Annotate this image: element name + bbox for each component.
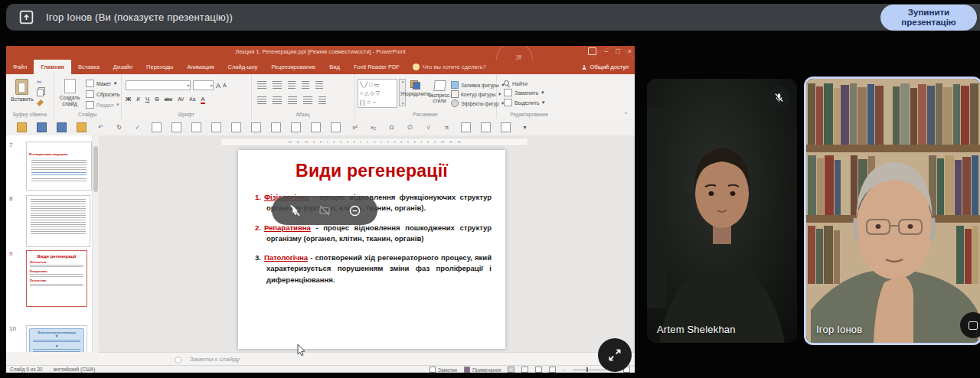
- new-slide-button[interactable]: Создать слайд: [57, 79, 83, 107]
- stop-presentation-button[interactable]: Зупинити презентацію: [880, 5, 977, 31]
- insert-wordart-icon[interactable]: [211, 122, 221, 132]
- text-shadow-button[interactable]: abc: [165, 96, 172, 102]
- thumbnail-slide-8[interactable]: [26, 195, 90, 247]
- format-painter-icon[interactable]: [37, 99, 44, 106]
- reading-view-icon[interactable]: [535, 367, 542, 373]
- spelling-icon[interactable]: ✓: [133, 123, 142, 132]
- bullet-list-icon[interactable]: [257, 81, 266, 89]
- thumbnail-slide-9[interactable]: Види регенерації Фізіологічна Репаративн…: [26, 250, 87, 307]
- pointer-disabled-icon[interactable]: [289, 204, 301, 217]
- notes-toggle[interactable]: Заметки: [430, 367, 457, 373]
- superscript-icon[interactable]: x²: [351, 123, 359, 132]
- replace-button[interactable]: Заменить▾: [504, 89, 544, 96]
- stop-control-icon[interactable]: [348, 204, 361, 217]
- participant-tile-artem[interactable]: Artem Shelekhan: [647, 79, 797, 343]
- thumbnail-slide-7[interactable]: Регенеративна медицина: [26, 142, 92, 191]
- omega-symbol-icon[interactable]: Ω: [387, 123, 396, 132]
- section-button[interactable]: Раздел▾: [86, 101, 119, 109]
- equation-icon[interactable]: [461, 122, 471, 132]
- copy-icon[interactable]: [37, 89, 44, 96]
- bold-button[interactable]: Ж: [126, 96, 131, 103]
- share-button[interactable]: Общий доступ: [581, 60, 629, 74]
- slideshow-icon[interactable]: [549, 367, 556, 373]
- columns-icon[interactable]: [318, 96, 326, 104]
- tab-home[interactable]: Главная: [34, 60, 71, 74]
- save-as-icon[interactable]: [57, 122, 67, 132]
- insert-media-icon[interactable]: [331, 122, 341, 132]
- slide-sorter-icon[interactable]: [521, 367, 528, 373]
- redo-icon[interactable]: ↻: [115, 123, 123, 132]
- tab-file[interactable]: Файл: [6, 60, 34, 74]
- grow-font-icon[interactable]: А: [216, 82, 220, 90]
- align-right-icon[interactable]: [288, 96, 297, 104]
- slide-bullet-3[interactable]: 3.Патологічна - спотворений хід регенера…: [255, 253, 492, 285]
- current-slide[interactable]: Види регенерації 1.Фізіологічна - процес…: [238, 150, 505, 349]
- new-document-icon[interactable]: [152, 122, 162, 132]
- shapes-gallery[interactable]: ╲ ╱ □ ▭ ○ △ ◇ ▽ { } ☆ ~: [358, 79, 397, 108]
- link-icon[interactable]: [481, 122, 491, 132]
- zoom-slider[interactable]: [573, 370, 606, 370]
- insert-comment-icon[interactable]: [311, 122, 321, 132]
- restore-icon[interactable]: □: [616, 48, 619, 55]
- notes-pane[interactable]: Заметки к слайду: [98, 352, 635, 366]
- minimize-icon[interactable]: −: [604, 48, 608, 55]
- tab-slideshow[interactable]: Слайд-шоу: [220, 60, 264, 74]
- select-button[interactable]: Выделить▾: [504, 99, 544, 106]
- slide-title[interactable]: Види регенерації: [238, 161, 505, 181]
- tab-transitions[interactable]: Переходы: [139, 60, 180, 74]
- tell-me-search[interactable]: Что вы хотите сделать?: [407, 60, 492, 74]
- thumbnail-slide-10[interactable]: Фізіологічна регенерація ▼ ▼: [26, 325, 87, 352]
- indent-increase-icon[interactable]: [302, 81, 309, 89]
- align-center-icon[interactable]: [273, 96, 282, 104]
- zoom-out-button[interactable]: −: [563, 367, 566, 373]
- character-spacing-button[interactable]: AV: [178, 96, 184, 102]
- undo-icon[interactable]: ↶: [96, 123, 105, 132]
- cut-icon[interactable]: ✂: [37, 79, 44, 86]
- fullscreen-button[interactable]: [598, 338, 632, 372]
- close-icon[interactable]: ×: [628, 48, 632, 55]
- tile-action-button[interactable]: [960, 312, 980, 338]
- collapse-ribbon-icon[interactable]: ^: [625, 111, 627, 116]
- print-preview-icon[interactable]: [172, 122, 181, 132]
- justify-icon[interactable]: [303, 96, 312, 104]
- splitter-handle[interactable]: [175, 357, 181, 363]
- font-name-select[interactable]: ▾: [126, 80, 191, 90]
- layout-button[interactable]: Макет▾: [86, 80, 119, 87]
- find-button[interactable]: Найти: [504, 80, 544, 86]
- insert-chart-icon[interactable]: [271, 122, 281, 132]
- qat-overflow-icon[interactable]: ▾: [521, 123, 529, 132]
- normal-view-icon[interactable]: [508, 367, 514, 373]
- align-left-icon[interactable]: [257, 96, 266, 104]
- comments-toggle[interactable]: Примечания: [464, 367, 501, 373]
- quick-styles-button[interactable]: Экспресс-стили: [428, 80, 451, 103]
- tab-foxit[interactable]: Foxit Reader PDF: [347, 60, 407, 74]
- pi-symbol-icon[interactable]: π: [443, 123, 451, 132]
- indent-decrease-icon[interactable]: [288, 81, 296, 89]
- insert-picture-icon[interactable]: [231, 122, 241, 132]
- reset-button[interactable]: Сбросить: [86, 90, 119, 98]
- shrink-font-icon[interactable]: А: [223, 83, 227, 88]
- tab-design[interactable]: Дизайн: [106, 60, 139, 74]
- strikethrough-button[interactable]: S: [155, 96, 158, 103]
- tab-insert[interactable]: Вставка: [71, 60, 106, 74]
- participant-tile-igor[interactable]: Ігор Іонов: [804, 77, 980, 345]
- save-icon[interactable]: [37, 122, 47, 132]
- insert-table-icon[interactable]: [251, 122, 261, 132]
- paste-button[interactable]: Вставить: [11, 79, 34, 102]
- language-indicator[interactable]: английский (США): [53, 367, 95, 372]
- square-root-icon[interactable]: √: [424, 123, 433, 132]
- tab-animations[interactable]: Анимация: [180, 60, 220, 74]
- documents-folder-icon[interactable]: [77, 122, 87, 132]
- open-folder-icon[interactable]: [17, 122, 27, 132]
- tab-review[interactable]: Рецензирование: [264, 60, 322, 74]
- keyboard-disabled-icon[interactable]: [318, 204, 331, 217]
- font-color-button[interactable]: А: [201, 96, 204, 104]
- italic-button[interactable]: К: [136, 96, 140, 103]
- line-spacing-icon[interactable]: [315, 81, 323, 89]
- slide-bullet-2[interactable]: 2.Репаративна - процес відновлення пошко…: [255, 223, 492, 245]
- arrange-button[interactable]: Упорядочить: [402, 80, 428, 96]
- underline-button[interactable]: Ч: [145, 96, 149, 103]
- font-size-select[interactable]: ▾: [193, 80, 214, 90]
- insert-shape-icon[interactable]: [291, 122, 301, 132]
- ribbon-display-options-icon[interactable]: [588, 47, 596, 55]
